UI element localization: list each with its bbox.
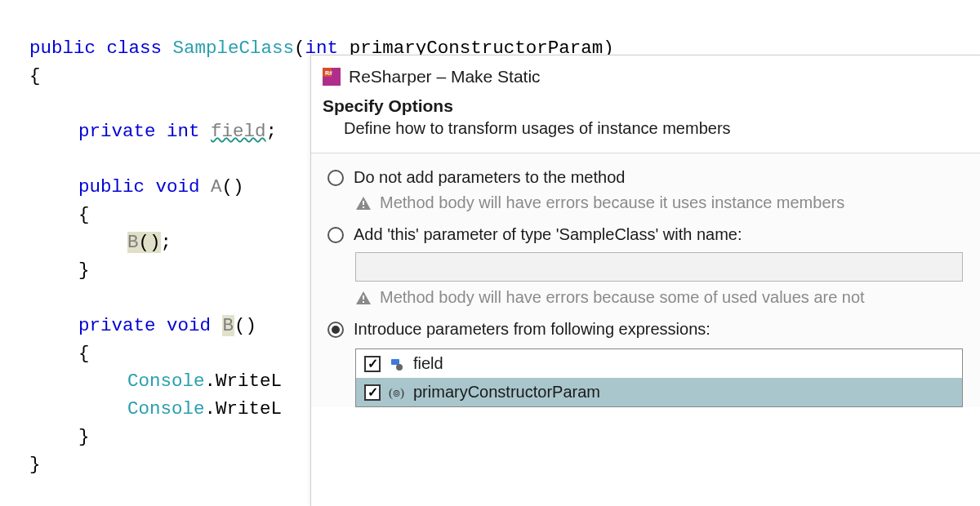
method-a: A [211,176,222,198]
semi-2: ; [161,232,172,253]
section-heading: Specify Options [311,95,980,119]
kw-void-2: void [167,315,211,336]
options-area: Do not add parameters to the method Meth… [311,153,980,407]
section-subheading: Define how to transform usages of instan… [311,119,980,153]
kw-public-2: public [78,176,145,198]
svg-text:(๏): (๏) [389,386,404,400]
radio-this-param[interactable] [327,227,344,243]
call-b-parens: () [139,232,161,253]
dialog-title: ReSharper – Make Static [349,67,541,87]
dialog-titlebar: R# ReSharper – Make Static [311,55,980,95]
method-b: B [222,315,235,336]
semi: ; [266,121,278,142]
parens-b: () [234,315,256,336]
kw-class: class [107,38,163,59]
open-brace: { [29,65,41,87]
field-icon [389,356,405,372]
make-static-dialog: R# ReSharper – Make Static Specify Optio… [310,55,980,506]
svg-rect-5 [363,206,364,208]
close-brace-a: } [78,260,90,281]
open-brace-b: { [78,343,90,364]
option-introduce-params[interactable]: Introduce parameters from following expr… [311,315,980,344]
close-brace-class: } [29,454,41,475]
option-no-params-warning-row: Method body will have errors because it … [311,192,980,220]
option-this-param-label: Add 'this' parameter of type 'SampleClas… [354,225,742,244]
svg-rect-9 [391,359,399,365]
console-1: Console [127,371,205,392]
dot-2: . [205,398,216,419]
svg-rect-8 [363,301,364,303]
option-this-param-warning: Method body will have errors because som… [380,288,865,307]
open-brace-a: { [78,204,90,225]
svg-text:R#: R# [325,70,332,76]
writel-1: WriteL [216,371,282,392]
expression-param-label: primaryConstructorParam [413,383,600,402]
call-b: B [127,232,139,253]
svg-rect-11 [399,364,400,366]
option-this-param-warning-row: Method body will have errors because som… [311,286,980,315]
expression-row-param[interactable]: (๏) primaryConstructorParam [356,378,962,406]
option-no-params-warning: Method body will have errors because it … [380,193,844,212]
class-name: SampleClass [173,38,295,59]
kw-private: private [78,121,156,142]
expression-row-field[interactable]: field [356,349,962,378]
resharper-icon: R# [323,68,341,86]
checkbox-field[interactable] [364,356,381,372]
radio-introduce-params[interactable] [327,322,344,338]
console-2: Console [127,398,205,419]
option-no-params[interactable]: Do not add parameters to the method [311,163,980,192]
checkbox-param[interactable] [364,384,381,401]
warning-icon [355,290,372,306]
param-icon: (๏) [389,384,405,401]
option-this-param[interactable]: Add 'this' parameter of type 'SampleClas… [311,220,980,249]
svg-rect-7 [363,295,364,300]
kw-public: public [29,38,96,59]
this-param-name-input[interactable] [355,252,963,282]
parens-a: () [222,176,244,198]
warning-icon [355,195,372,211]
expression-field-label: field [413,354,443,373]
option-no-params-label: Do not add parameters to the method [354,168,625,187]
option-introduce-params-label: Introduce parameters from following expr… [354,320,710,339]
expressions-list[interactable]: field (๏) primaryConstructorParam [355,348,963,407]
kw-void: void [156,176,200,198]
writel-2: WriteL [216,398,282,419]
field-name: field [211,121,266,142]
lparen: ( [294,38,305,59]
kw-int-2: int [167,121,200,142]
dot-1: . [205,371,216,392]
close-brace-b: } [78,426,90,447]
svg-rect-4 [363,201,364,205]
kw-private-2: private [78,315,156,336]
radio-no-params[interactable] [327,170,344,186]
